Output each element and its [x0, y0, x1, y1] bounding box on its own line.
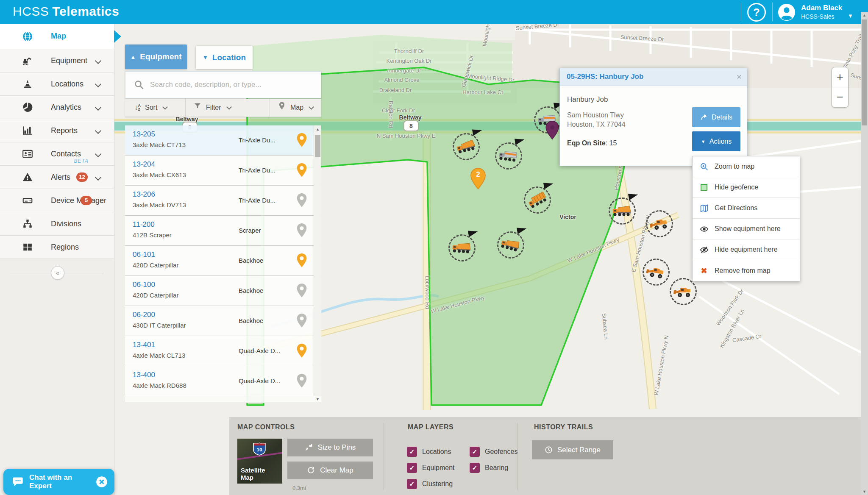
collapse-sidebar-button[interactable]: « — [51, 266, 64, 280]
equipment-marker-loader[interactable] — [670, 278, 697, 305]
sidebar-item-map[interactable]: Map — [0, 24, 114, 49]
map-pin-icon-gray[interactable] — [296, 193, 307, 208]
equipment-row-06-100[interactable]: 06-100420D CaterpillarBackhoe — [125, 276, 321, 306]
equipment-code-link[interactable]: 13-205 — [133, 130, 155, 139]
equipment-row-13-400[interactable]: 13-4004axle Mack RD688Quad-Axle D... — [125, 366, 321, 396]
close-icon[interactable]: × — [737, 72, 742, 82]
menu-item-show-equipment-here[interactable]: Show equipment here — [693, 219, 800, 239]
sidebar-item-locations[interactable]: Locations — [0, 72, 114, 96]
list-scroll-bottom[interactable]: ▼ — [125, 396, 321, 403]
equipment-marker-gray[interactable] — [495, 142, 522, 170]
user-avatar[interactable] — [778, 4, 795, 21]
select-range-button[interactable]: Select Range — [532, 440, 613, 459]
sidebar-item-equipment[interactable]: Equipment — [0, 49, 114, 72]
sidebar-item-device-manager[interactable]: Device Manager5 — [0, 189, 114, 212]
map-pin-icon-orange[interactable] — [296, 133, 307, 148]
equipment-marker-dump[interactable] — [453, 133, 480, 160]
zoom-in-button[interactable]: + — [832, 67, 848, 87]
sidebar-item-reports[interactable]: Reports — [0, 119, 114, 142]
map-pin-icon-orange[interactable] — [296, 343, 307, 359]
equipment-code-link[interactable]: 13-206 — [133, 190, 155, 199]
equipment-marker-loader[interactable] — [646, 210, 673, 237]
map-pin-icon-gray[interactable] — [296, 313, 307, 328]
map-pin-icon-orange[interactable] — [296, 253, 307, 268]
equipment-marker-dump[interactable] — [497, 231, 524, 259]
layer-checkbox-equipment[interactable]: ✓Equipment — [407, 463, 455, 473]
equipment-row-06-200[interactable]: 06-200430D IT CaterpillarBackhoe — [125, 306, 321, 336]
equipment-marker-loader[interactable] — [643, 259, 670, 286]
chat-close-icon[interactable] — [96, 476, 108, 488]
map-zoom-control[interactable]: + − — [832, 67, 849, 108]
layer-checkbox-clustering[interactable]: ✓Clustering — [407, 479, 453, 489]
menu-item-hide-geofence[interactable]: Hide geofence — [693, 177, 800, 198]
sidebar-item-label: Map — [51, 32, 66, 41]
help-button[interactable]: ? — [747, 3, 766, 22]
menu-item-zoom-to-map[interactable]: Zoom to map — [693, 156, 800, 177]
equipment-row-13-205[interactable]: 13-2053axle Mack CT713Tri-Axle Du... — [125, 125, 321, 156]
equipment-code-link[interactable]: 13-204 — [133, 160, 155, 169]
map-pin-icon-gray[interactable] — [296, 223, 307, 238]
zoom-out-button[interactable]: − — [832, 87, 848, 107]
scroll-down-icon[interactable]: ▼ — [316, 397, 320, 401]
checkbox-checked-icon[interactable]: ✓ — [407, 479, 417, 489]
checkbox-checked-icon[interactable]: ✓ — [407, 447, 417, 457]
map-canvas[interactable]: Thorncliff DrKentington Oak DrAmbergate … — [114, 24, 868, 495]
clear-map-button[interactable]: Clear Map — [287, 462, 373, 479]
scroll-thumb[interactable] — [315, 135, 320, 157]
scrollbar-down-icon[interactable]: ▼ — [861, 489, 868, 494]
checkbox-checked-icon[interactable]: ✓ — [407, 463, 417, 473]
cluster-pin[interactable]: 2 — [470, 167, 487, 191]
scroll-up-icon[interactable]: ▲ — [314, 127, 321, 131]
equipment-code-link[interactable]: 06-100 — [133, 281, 155, 289]
equipment-row-13-401[interactable]: 13-4014axle Mack CL713Quad-Axle D... — [125, 336, 321, 366]
menu-item-hide-equipment-here[interactable]: Hide equipment here — [693, 239, 800, 260]
layer-checkbox-locations[interactable]: ✓Locations — [407, 447, 451, 457]
search-input[interactable] — [150, 81, 321, 89]
equipment-code-link[interactable]: 13-401 — [133, 341, 155, 349]
page-scrollbar[interactable]: ▲ ▼ — [861, 12, 868, 495]
device-icon — [22, 195, 35, 206]
tab-equipment[interactable]: ▲ Equipment — [125, 44, 187, 69]
equipment-row-06-101[interactable]: 06-101420D CaterpillarBackhoe — [125, 246, 321, 276]
sidebar-item-analytics[interactable]: Analytics — [0, 96, 114, 119]
size-to-pins-button[interactable]: Size to Pins — [287, 439, 373, 456]
details-button[interactable]: Details — [692, 107, 740, 127]
sidebar-item-divisions[interactable]: Divisions — [0, 212, 114, 236]
map-pin-icon-orange[interactable] — [296, 163, 307, 178]
toolbar-filter-button[interactable]: Filter — [186, 99, 270, 117]
toolbar-sort-button[interactable]: ↓AZSort — [125, 99, 186, 117]
equipment-row-13-206[interactable]: 13-2063axle Mack DV713Tri-Axle Du... — [125, 186, 321, 216]
equipment-code-link[interactable]: 11-200 — [133, 220, 155, 229]
sidebar-item-alerts[interactable]: Alerts12 — [0, 166, 114, 189]
scrollbar-thumb[interactable] — [862, 19, 867, 125]
equipment-code-link[interactable]: 06-200 — [133, 311, 155, 319]
toolbar-map-button[interactable]: Map — [270, 99, 321, 117]
equipment-list[interactable]: 13-2053axle Mack CT713Tri-Axle Du...13-2… — [125, 125, 321, 396]
satellite-map-toggle[interactable]: 10 Satellite Map — [237, 439, 282, 484]
menu-item-remove-from-map[interactable]: ✖Remove from map — [693, 260, 800, 281]
sidebar-item-contacts[interactable]: ContactsBETA — [0, 142, 114, 166]
selected-location-pin[interactable] — [545, 120, 559, 142]
checkbox-checked-icon[interactable]: ✓ — [470, 463, 480, 473]
equipment-search[interactable] — [125, 71, 321, 98]
checkbox-checked-icon[interactable]: ✓ — [470, 447, 480, 457]
equipment-code-link[interactable]: 13-400 — [133, 371, 155, 379]
map-pin-icon-gray[interactable] — [296, 283, 307, 298]
menu-item-get-directions[interactable]: Get Directions — [693, 198, 800, 219]
equipment-marker-dump[interactable] — [448, 234, 476, 261]
list-scrollbar[interactable]: ▲ — [314, 125, 321, 403]
equipment-code-link[interactable]: 06-101 — [133, 250, 155, 259]
equipment-row-13-204[interactable]: 13-2043axle Mack CX613Tri-Axle Du... — [125, 156, 321, 186]
layer-checkbox-bearing[interactable]: ✓Bearing — [470, 463, 508, 473]
equipment-row-11-200[interactable]: 11-200412B ScraperScraper — [125, 216, 321, 246]
equipment-marker-dump[interactable] — [609, 197, 636, 225]
chat-with-expert-button[interactable]: Chat with an Expert — [3, 469, 114, 495]
sidebar-item-regions[interactable]: Regions — [0, 236, 114, 259]
equipment-marker-cont[interactable] — [524, 186, 551, 214]
user-menu-caret-icon[interactable]: ▼ — [848, 13, 853, 19]
layer-checkbox-geofences[interactable]: ✓Geofences — [470, 447, 517, 457]
scrollbar-up-icon[interactable]: ▲ — [861, 13, 868, 17]
map-pin-icon-gray[interactable] — [296, 373, 307, 389]
tab-location[interactable]: ▼ Location — [196, 46, 253, 69]
actions-button[interactable]: ▼ Actions — [692, 131, 740, 151]
